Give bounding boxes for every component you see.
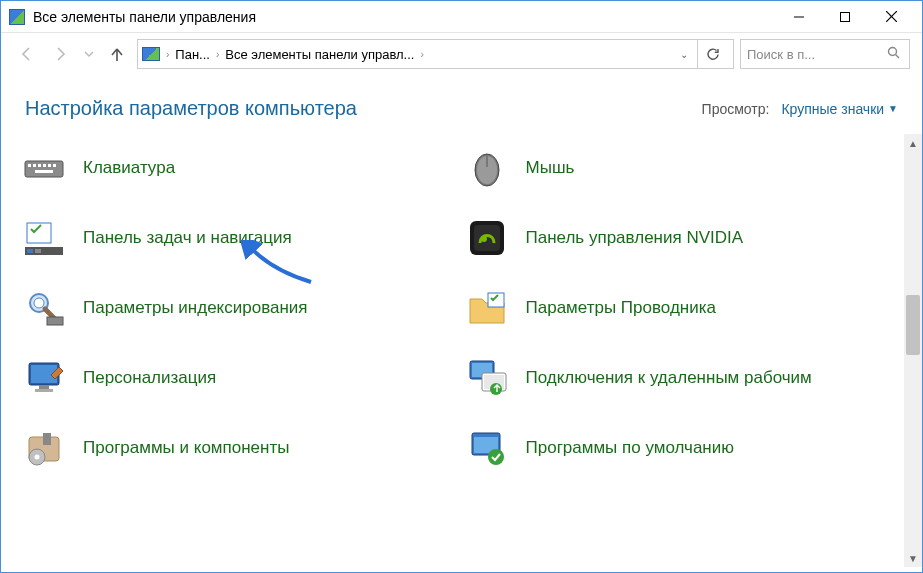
address-history-dropdown[interactable]: ⌄ — [675, 49, 693, 60]
svg-rect-1 — [841, 12, 850, 21]
svg-rect-8 — [33, 164, 36, 167]
svg-rect-7 — [28, 164, 31, 167]
programs-icon — [21, 425, 67, 471]
search-box[interactable] — [740, 39, 910, 69]
up-button[interactable] — [103, 40, 131, 68]
items-grid: Клавиатура Мышь Панель задач и навигация… — [1, 134, 922, 482]
item-label: Программы и компоненты — [83, 437, 289, 458]
back-button[interactable] — [13, 40, 41, 68]
address-bar[interactable]: › Пан... › Все элементы панели управл...… — [137, 39, 734, 69]
svg-rect-6 — [25, 161, 63, 177]
svg-rect-22 — [474, 225, 500, 251]
maximize-button[interactable] — [822, 1, 868, 33]
cpl-item-explorer-options[interactable]: Параметры Проводника — [464, 282, 887, 334]
default-programs-icon — [464, 425, 510, 471]
remote-icon — [464, 355, 510, 401]
item-label: Параметры индексирования — [83, 297, 308, 318]
content-header: Настройка параметров компьютера Просмотр… — [1, 75, 922, 134]
item-label: Панель управления NVIDIA — [526, 227, 744, 248]
taskbar-icon — [21, 215, 67, 261]
item-label: Параметры Проводника — [526, 297, 716, 318]
mouse-icon — [464, 145, 510, 191]
vertical-scrollbar[interactable]: ▲ ▼ — [904, 134, 922, 567]
control-panel-icon — [142, 47, 160, 61]
svg-line-5 — [896, 54, 900, 58]
explorer-options-icon — [464, 285, 510, 331]
title-bar: Все элементы панели управления — [1, 1, 922, 33]
cpl-item-mouse[interactable]: Мышь — [464, 142, 887, 194]
svg-point-37 — [490, 383, 502, 395]
search-input[interactable] — [747, 47, 903, 62]
item-label: Клавиатура — [83, 157, 175, 178]
control-panel-icon — [9, 9, 25, 25]
item-label: Панель задач и навигация — [83, 227, 292, 248]
cpl-item-indexing[interactable]: Параметры индексирования — [21, 282, 444, 334]
svg-rect-11 — [48, 164, 51, 167]
view-by-label: Просмотр: — [702, 101, 770, 117]
cpl-item-default-programs[interactable]: Программы по умолчанию — [464, 422, 887, 474]
search-icon — [887, 46, 901, 63]
chevron-right-icon[interactable]: › — [164, 49, 171, 60]
view-by-value: Крупные значки — [781, 101, 884, 117]
svg-point-40 — [35, 455, 40, 460]
cpl-item-personalization[interactable]: Персонализация — [21, 352, 444, 404]
view-by-selector[interactable]: Крупные значки ▼ — [781, 101, 898, 117]
chevron-right-icon[interactable]: › — [418, 49, 425, 60]
svg-point-23 — [481, 236, 487, 242]
keyboard-icon — [21, 145, 67, 191]
cpl-item-keyboard[interactable]: Клавиатура — [21, 142, 444, 194]
cpl-item-programs[interactable]: Программы и компоненты — [21, 422, 444, 474]
cpl-item-nvidia[interactable]: Панель управления NVIDIA — [464, 212, 887, 264]
scroll-down-button[interactable]: ▼ — [904, 549, 922, 567]
indexing-icon — [21, 285, 67, 331]
cpl-item-remote[interactable]: Подключения к удаленным рабочим — [464, 352, 887, 404]
svg-rect-27 — [47, 317, 63, 325]
breadcrumb-segment[interactable]: Пан... — [175, 47, 210, 62]
scroll-track[interactable] — [904, 152, 922, 549]
svg-rect-28 — [488, 293, 504, 307]
svg-rect-31 — [39, 385, 49, 389]
scroll-thumb[interactable] — [906, 295, 920, 355]
window-title: Все элементы панели управления — [33, 9, 256, 25]
close-button[interactable] — [868, 1, 914, 33]
personalization-icon — [21, 355, 67, 401]
svg-rect-9 — [38, 164, 41, 167]
minimize-button[interactable] — [776, 1, 822, 33]
cpl-item-taskbar[interactable]: Панель задач и навигация — [21, 212, 444, 264]
svg-rect-20 — [35, 249, 41, 253]
svg-rect-32 — [35, 389, 53, 392]
item-label: Мышь — [526, 157, 575, 178]
breadcrumb-segment[interactable]: Все элементы панели управл... — [225, 47, 414, 62]
item-label: Подключения к удаленным рабочим — [526, 367, 812, 388]
recent-dropdown[interactable] — [81, 40, 97, 68]
svg-rect-12 — [53, 164, 56, 167]
navigation-bar: › Пан... › Все элементы панели управл...… — [1, 33, 922, 75]
item-label: Персонализация — [83, 367, 216, 388]
scroll-up-button[interactable]: ▲ — [904, 134, 922, 152]
page-title: Настройка параметров компьютера — [25, 97, 357, 120]
item-label: Программы по умолчанию — [526, 437, 735, 458]
svg-rect-41 — [43, 433, 51, 445]
chevron-down-icon: ▼ — [888, 103, 898, 114]
chevron-right-icon[interactable]: › — [214, 49, 221, 60]
refresh-button[interactable] — [697, 39, 729, 69]
forward-button[interactable] — [47, 40, 75, 68]
svg-rect-10 — [43, 164, 46, 167]
svg-point-25 — [34, 298, 44, 308]
nvidia-icon — [464, 215, 510, 261]
svg-point-4 — [889, 47, 897, 55]
svg-rect-13 — [35, 170, 53, 173]
svg-point-44 — [488, 449, 504, 465]
svg-rect-19 — [27, 249, 33, 253]
